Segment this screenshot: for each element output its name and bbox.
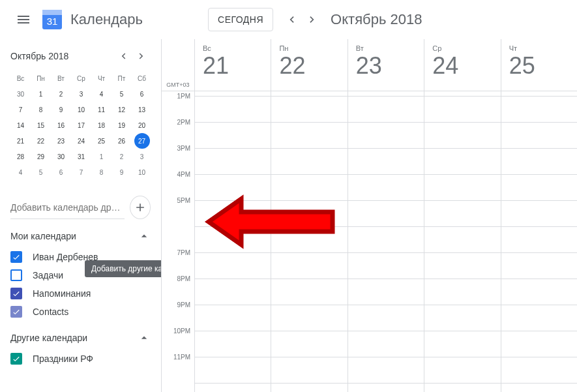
hour-cell[interactable] — [271, 227, 347, 253]
other-calendars-toggle[interactable]: Другие календари — [10, 331, 161, 344]
mini-day-cell[interactable]: 17 — [71, 117, 91, 133]
mini-day-cell[interactable]: 12 — [111, 102, 132, 117]
mini-day-cell[interactable]: 20 — [132, 117, 152, 133]
day-header[interactable]: Чт25 — [501, 39, 577, 91]
hour-cell[interactable] — [348, 253, 424, 279]
day-header[interactable]: Ср24 — [424, 39, 500, 91]
hour-cell[interactable] — [501, 357, 577, 384]
hour-cell[interactable] — [424, 305, 500, 331]
mini-day-cell[interactable]: 15 — [31, 117, 51, 133]
mini-day-cell[interactable]: 8 — [91, 164, 111, 180]
mini-day-cell[interactable]: 8 — [31, 102, 51, 117]
hour-cell[interactable] — [501, 97, 577, 123]
mini-day-cell[interactable]: 23 — [51, 133, 71, 149]
mini-day-cell[interactable]: 2 — [51, 86, 71, 102]
day-column[interactable] — [194, 91, 271, 392]
hour-cell[interactable] — [348, 357, 424, 384]
hour-cell[interactable] — [424, 149, 500, 175]
hour-cell[interactable] — [195, 201, 271, 227]
hour-cell[interactable] — [271, 97, 347, 123]
hour-cell[interactable] — [271, 149, 347, 175]
mini-day-cell[interactable]: 25 — [91, 133, 111, 149]
hour-cell[interactable] — [348, 305, 424, 331]
hour-cell[interactable] — [424, 123, 500, 149]
hour-cell[interactable] — [424, 331, 500, 357]
hour-cell[interactable] — [348, 227, 424, 253]
mini-day-cell[interactable]: 10 — [71, 102, 91, 117]
day-header[interactable]: Пн22 — [271, 39, 347, 91]
mini-day-cell[interactable]: 2 — [111, 149, 132, 164]
day-header[interactable]: Вс21 — [194, 39, 271, 91]
mini-day-cell[interactable]: 1 — [91, 149, 111, 164]
hour-cell[interactable] — [501, 201, 577, 227]
hour-cell[interactable] — [348, 149, 424, 175]
hour-cell[interactable] — [424, 279, 500, 305]
mini-day-cell[interactable]: 4 — [10, 164, 31, 180]
hour-cell[interactable] — [271, 201, 347, 227]
hour-cell[interactable] — [424, 253, 500, 279]
hour-cell[interactable] — [195, 97, 271, 123]
calendar-checkbox[interactable] — [10, 288, 22, 299]
hour-cell[interactable] — [195, 175, 271, 201]
mini-day-cell[interactable]: 4 — [91, 86, 111, 102]
mini-day-cell[interactable]: 18 — [91, 117, 111, 133]
hour-cell[interactable] — [501, 305, 577, 331]
mini-day-cell[interactable]: 9 — [51, 102, 71, 117]
hour-cell[interactable] — [501, 123, 577, 149]
add-calendar-button[interactable] — [130, 196, 151, 219]
mini-day-cell[interactable]: 10 — [132, 164, 152, 180]
mini-day-cell[interactable]: 5 — [31, 164, 51, 180]
hour-cell[interactable] — [195, 123, 271, 149]
hour-cell[interactable] — [348, 123, 424, 149]
hour-cell[interactable] — [195, 279, 271, 305]
hour-cell[interactable] — [424, 227, 500, 253]
hour-cell[interactable] — [501, 253, 577, 279]
hour-cell[interactable] — [348, 97, 424, 123]
mini-day-cell[interactable]: 3 — [132, 149, 152, 164]
hour-cell[interactable] — [501, 279, 577, 305]
day-column[interactable] — [271, 91, 347, 392]
add-calendar-input[interactable] — [10, 196, 125, 219]
next-period-button[interactable] — [302, 9, 323, 30]
hour-cell[interactable] — [348, 201, 424, 227]
mini-day-cell[interactable]: 6 — [51, 164, 71, 180]
mini-day-cell[interactable]: 7 — [71, 164, 91, 180]
hour-cell[interactable] — [501, 149, 577, 175]
mini-day-cell[interactable]: 31 — [71, 149, 91, 164]
mini-prev-month-button[interactable] — [114, 47, 132, 65]
main-menu-button[interactable] — [8, 4, 39, 35]
calendar-item[interactable]: Напоминания — [10, 284, 161, 303]
calendar-checkbox[interactable] — [10, 251, 22, 263]
hour-cell[interactable] — [271, 331, 347, 357]
hour-cell[interactable] — [501, 227, 577, 253]
mini-day-cell[interactable]: 28 — [10, 149, 31, 164]
mini-day-cell[interactable]: 30 — [51, 149, 71, 164]
mini-day-cell[interactable]: 22 — [31, 133, 51, 149]
calendar-item[interactable]: Contacts — [10, 303, 161, 321]
hour-cell[interactable] — [271, 305, 347, 331]
hour-cell[interactable] — [271, 253, 347, 279]
mini-day-cell[interactable]: 13 — [132, 102, 152, 117]
hour-cell[interactable] — [195, 331, 271, 357]
hour-cell[interactable] — [195, 227, 271, 253]
hour-cell[interactable] — [348, 279, 424, 305]
prev-period-button[interactable] — [281, 9, 302, 30]
hour-cell[interactable] — [195, 357, 271, 384]
day-column[interactable] — [348, 91, 424, 392]
hour-cell[interactable] — [195, 305, 271, 331]
hour-cell[interactable] — [348, 175, 424, 201]
mini-day-cell[interactable]: 14 — [10, 117, 31, 133]
calendar-checkbox[interactable] — [10, 306, 22, 318]
mini-day-cell[interactable]: 3 — [71, 86, 91, 102]
hour-cell[interactable] — [271, 175, 347, 201]
mini-day-cell[interactable]: 24 — [71, 133, 91, 149]
mini-day-cell[interactable]: 30 — [10, 86, 31, 102]
hour-cell[interactable] — [424, 201, 500, 227]
hour-cell[interactable] — [271, 123, 347, 149]
mini-day-cell[interactable]: 9 — [111, 164, 132, 180]
hour-cell[interactable] — [195, 149, 271, 175]
today-button[interactable]: СЕГОДНЯ — [208, 8, 273, 31]
my-calendars-toggle[interactable]: Мои календари — [10, 230, 161, 243]
hour-cell[interactable] — [348, 331, 424, 357]
calendar-checkbox[interactable] — [10, 353, 22, 365]
